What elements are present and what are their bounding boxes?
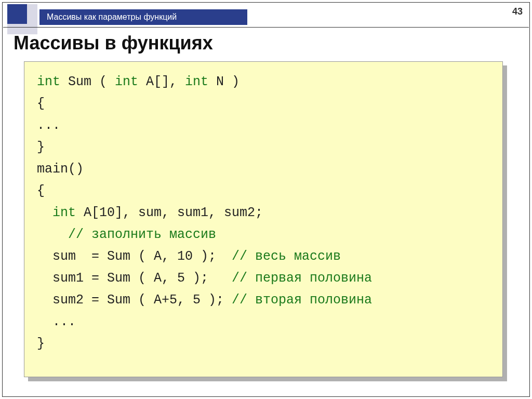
code-text: { xyxy=(37,96,45,111)
code-text: ... xyxy=(37,118,60,133)
code-text xyxy=(37,205,52,220)
code-text: main() xyxy=(37,162,84,177)
code-comment: // первая половина xyxy=(232,271,372,286)
code-text: N ) xyxy=(208,74,240,89)
code-text: sum = Sum ( A, 10 ); xyxy=(37,249,232,264)
header-divider xyxy=(3,27,529,28)
code-comment: // весь массив xyxy=(232,249,341,264)
deco-square-inner xyxy=(7,4,27,24)
code-text: sum1 = Sum ( A, 5 ); xyxy=(37,271,232,286)
code-text: Sum ( xyxy=(60,74,115,89)
header-bar: Массивы как параметры функций xyxy=(39,9,247,25)
code-text: } xyxy=(37,140,45,155)
code-text: } xyxy=(37,336,45,351)
code-text: sum2 = Sum ( A+5, 5 ); xyxy=(37,292,232,308)
code-keyword: int xyxy=(37,74,60,89)
header-title: Массивы как параметры функций xyxy=(47,12,177,22)
code-keyword: int xyxy=(115,74,138,89)
code-text: A[], xyxy=(138,74,185,89)
code-text: ... xyxy=(37,314,76,329)
code-keyword: int xyxy=(185,74,208,89)
code-text xyxy=(37,227,68,242)
code-keyword: int xyxy=(52,205,76,220)
page-number: 43 xyxy=(512,6,523,17)
code-comment: // заполнить массив xyxy=(68,227,216,242)
code-comment: // вторая половина xyxy=(232,292,372,308)
slide-title: Массивы в функциях xyxy=(14,32,213,54)
code-block: int Sum ( int A[], int N ) { ... } main(… xyxy=(24,61,503,377)
code-text: A[10], sum, sum1, sum2; xyxy=(76,205,263,220)
code-text: { xyxy=(37,183,45,198)
